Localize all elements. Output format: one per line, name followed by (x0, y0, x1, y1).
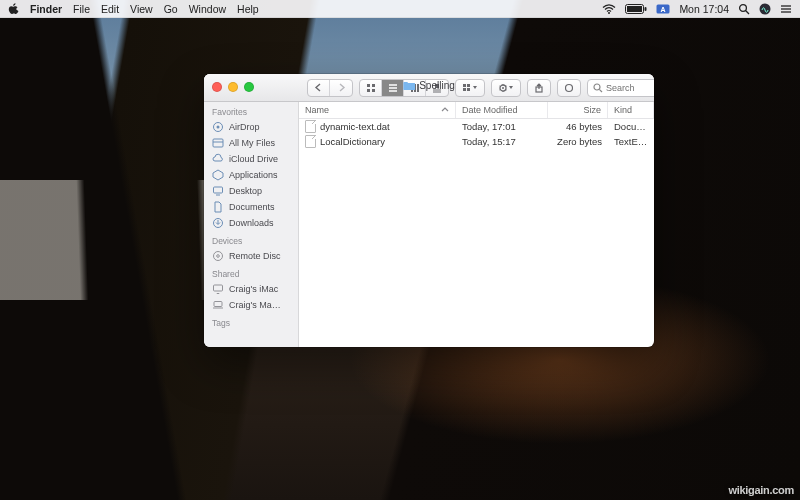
share-button[interactable] (527, 79, 551, 97)
spotlight-icon[interactable] (738, 3, 750, 15)
keyboard-layout-icon[interactable]: A (656, 4, 670, 14)
downloads-icon (212, 217, 224, 229)
icloud-icon (212, 153, 224, 165)
notification-center-icon[interactable] (780, 4, 792, 14)
svg-line-7 (746, 10, 749, 13)
svg-point-43 (217, 255, 220, 258)
column-headers: Name Date Modified Size Kind (299, 102, 654, 119)
svg-point-0 (608, 12, 610, 14)
file-name: dynamic-text.dat (320, 121, 390, 132)
app-name-menu[interactable]: Finder (30, 0, 62, 18)
file-size: Zero bytes (548, 136, 608, 147)
svg-rect-15 (372, 89, 375, 92)
sidebar-item-label: All My Files (229, 138, 275, 148)
sidebar-item-craig-s-ma-[interactable]: Craig's Ma… (204, 297, 298, 313)
svg-point-42 (214, 252, 223, 261)
disc-icon (212, 250, 224, 262)
finder-content: Name Date Modified Size Kind dynamic-tex… (299, 74, 654, 347)
column-date[interactable]: Date Modified (456, 102, 548, 118)
svg-point-33 (594, 84, 600, 90)
file-date-modified: Today, 15:17 (456, 136, 548, 147)
navigate-forward-button[interactable] (330, 80, 352, 96)
toolbar-search[interactable] (587, 79, 654, 97)
view-icons-button[interactable] (360, 80, 382, 96)
svg-rect-45 (214, 302, 222, 307)
apple-menu-icon[interactable] (8, 3, 19, 15)
view-list-button[interactable] (382, 80, 404, 96)
svg-text:A: A (661, 5, 666, 12)
window-close-button[interactable] (212, 82, 222, 92)
arrange-dropdown[interactable] (455, 79, 485, 97)
window-zoom-button[interactable] (244, 82, 254, 92)
file-icon (305, 120, 316, 133)
docs-icon (212, 201, 224, 213)
file-kind: Docume… (608, 121, 654, 132)
file-date-modified: Today, 17:01 (456, 121, 548, 132)
menubar: Finder File Edit View Go Window Help A M… (0, 0, 800, 18)
mac-icon (212, 299, 224, 311)
svg-rect-44 (214, 285, 223, 291)
sidebar-item-label: Craig's iMac (229, 284, 278, 294)
window-titlebar[interactable]: Spelling (204, 74, 654, 102)
folder-icon (403, 81, 415, 91)
airdrop-icon (212, 121, 224, 133)
sidebar-item-airdrop[interactable]: AirDrop (204, 119, 298, 135)
svg-rect-26 (463, 88, 466, 91)
column-size[interactable]: Size (548, 102, 608, 118)
siri-icon[interactable] (759, 3, 771, 15)
menu-view[interactable]: View (130, 0, 153, 18)
sidebar-item-documents[interactable]: Documents (204, 199, 298, 215)
sidebar-item-icloud-drive[interactable]: iCloud Drive (204, 151, 298, 167)
sidebar-item-downloads[interactable]: Downloads (204, 215, 298, 231)
sidebar-item-label: Remote Disc (229, 251, 281, 261)
sidebar-item-all-my-files[interactable]: All My Files (204, 135, 298, 151)
file-icon (305, 135, 316, 148)
watermark-text: wikigain.com (729, 484, 794, 496)
column-kind[interactable]: Kind (608, 102, 654, 118)
file-row[interactable]: dynamic-text.datToday, 17:0146 bytesDocu… (299, 119, 654, 134)
sidebar-section-header: Tags (204, 313, 298, 330)
sidebar-section-header: Devices (204, 231, 298, 248)
menubar-clock[interactable]: Mon 17:04 (679, 0, 729, 18)
sidebar-item-applications[interactable]: Applications (204, 167, 298, 183)
sidebar-item-label: Documents (229, 202, 275, 212)
window-minimize-button[interactable] (228, 82, 238, 92)
svg-point-6 (740, 4, 747, 11)
sidebar-item-label: Applications (229, 170, 278, 180)
menu-go[interactable]: Go (164, 0, 178, 18)
navigate-back-button[interactable] (308, 80, 330, 96)
svg-rect-28 (467, 88, 470, 91)
file-size: 46 bytes (548, 121, 608, 132)
action-dropdown[interactable] (491, 79, 521, 97)
svg-rect-25 (463, 84, 466, 87)
allfiles-icon (212, 137, 224, 149)
menu-edit[interactable]: Edit (101, 0, 119, 18)
svg-rect-2 (645, 7, 647, 11)
nav-buttons (307, 79, 353, 97)
column-name[interactable]: Name (299, 102, 456, 118)
svg-rect-3 (627, 6, 642, 12)
battery-icon[interactable] (625, 4, 647, 14)
search-icon (593, 83, 603, 93)
sidebar-item-label: Craig's Ma… (229, 300, 281, 310)
svg-rect-12 (367, 84, 370, 87)
svg-rect-13 (372, 84, 375, 87)
menu-file[interactable]: File (73, 0, 90, 18)
finder-sidebar: FavoritesAirDropAll My FilesiCloud Drive… (204, 74, 299, 347)
sidebar-item-craig-s-imac[interactable]: Craig's iMac (204, 281, 298, 297)
sort-ascending-icon (441, 106, 449, 114)
menu-help[interactable]: Help (237, 0, 259, 18)
svg-rect-39 (214, 187, 223, 193)
window-title: Spelling (403, 80, 455, 91)
file-row[interactable]: LocalDictionaryToday, 15:17Zero bytesTex… (299, 134, 654, 149)
window-title-text: Spelling (419, 80, 455, 91)
sidebar-item-desktop[interactable]: Desktop (204, 183, 298, 199)
file-kind: TextEd… (608, 136, 654, 147)
menu-window[interactable]: Window (189, 0, 226, 18)
finder-window: Spelling FavoritesAirDropAll My FilesiCl… (204, 74, 654, 347)
search-input[interactable] (606, 83, 654, 93)
tags-button[interactable] (557, 79, 581, 97)
wifi-icon[interactable] (602, 4, 616, 14)
sidebar-item-remote-disc[interactable]: Remote Disc (204, 248, 298, 264)
file-list: dynamic-text.datToday, 17:0146 bytesDocu… (299, 119, 654, 347)
